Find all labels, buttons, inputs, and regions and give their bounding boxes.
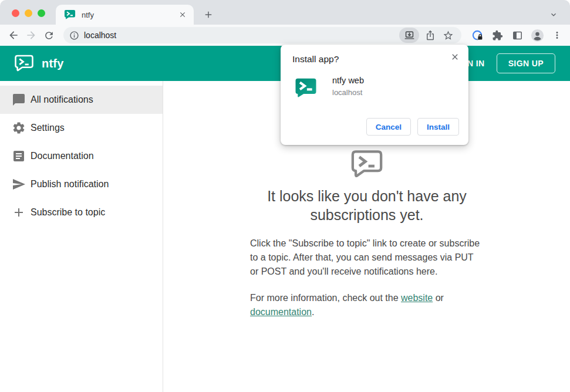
ntfy-empty-state-icon <box>350 150 383 179</box>
ntfy-app-icon <box>294 75 318 99</box>
website-link[interactable]: website <box>401 293 433 303</box>
password-manager-icon[interactable] <box>470 28 485 43</box>
address-text[interactable]: localhost <box>84 31 399 40</box>
sidebar-item-label: Subscribe to topic <box>31 207 105 218</box>
sign-up-button[interactable]: SIGN UP <box>497 53 555 73</box>
more-info-paragraph: For more information, check out the webs… <box>250 291 484 319</box>
tab-close-icon[interactable] <box>177 9 188 20</box>
chat-bubble-icon <box>12 93 26 107</box>
share-icon[interactable] <box>423 28 438 43</box>
address-bar[interactable]: localhost <box>63 27 461 43</box>
plus-icon <box>12 205 26 219</box>
traffic-lights <box>12 9 45 17</box>
window-zoom-button[interactable] <box>38 9 45 17</box>
gear-icon <box>12 121 26 135</box>
window-minimize-button[interactable] <box>25 9 32 17</box>
article-icon <box>12 149 26 163</box>
sidebar-item-subscribe-to-topic[interactable]: Subscribe to topic <box>0 198 163 227</box>
empty-state-heading: It looks like you don't have anysubscrip… <box>250 187 484 224</box>
extensions-puzzle-icon[interactable] <box>490 28 505 43</box>
dialog-title: Install app? <box>292 54 457 65</box>
tab-strip: ntfy <box>0 0 570 25</box>
window-close-button[interactable] <box>12 9 19 17</box>
sidebar-item-publish-notification[interactable]: Publish notification <box>0 170 163 198</box>
tab-title: ntfy <box>82 11 177 19</box>
sidebar-item-label: All notifications <box>31 94 93 105</box>
dialog-close-icon[interactable] <box>448 50 461 63</box>
sidebar-item-all-notifications[interactable]: All notifications <box>0 86 163 114</box>
empty-state-paragraph: Click the "Subscribe to topic" link to c… <box>250 236 484 279</box>
ntfy-favicon-icon <box>64 9 76 21</box>
sidebar-item-label: Settings <box>31 123 65 133</box>
sidebar-item-label: Documentation <box>31 151 94 161</box>
send-icon <box>12 177 26 191</box>
sidebar-item-settings[interactable]: Settings <box>0 114 163 142</box>
dialog-app-origin: localhost <box>332 88 364 97</box>
documentation-link[interactable]: documentation <box>250 307 312 317</box>
ntfy-logo-icon <box>14 55 34 72</box>
cancel-button[interactable]: Cancel <box>366 118 411 136</box>
forward-button[interactable] <box>22 26 40 44</box>
dialog-actions: Cancel Install <box>366 118 459 136</box>
appbar-title: ntfy <box>42 57 63 70</box>
side-panel-icon[interactable] <box>510 28 525 43</box>
toolbar-extensions-area <box>470 28 565 43</box>
profile-avatar[interactable] <box>529 28 545 43</box>
reload-button[interactable] <box>40 26 58 44</box>
new-tab-button[interactable] <box>200 6 217 23</box>
sidebar-nav: All notifications Settings Documentation… <box>0 81 163 392</box>
install-app-dialog: Install app? ntfy web local <box>281 45 468 145</box>
page-info-icon[interactable] <box>69 31 79 40</box>
browser-toolbar: localhost <box>0 25 570 46</box>
bookmark-star-icon[interactable] <box>440 28 456 43</box>
back-button[interactable] <box>5 26 22 44</box>
install-pwa-icon[interactable] <box>399 28 419 43</box>
dialog-app-row: ntfy web localhost <box>292 75 457 99</box>
sidebar-item-label: Publish notification <box>31 179 109 190</box>
install-button[interactable]: Install <box>417 118 459 136</box>
kebab-menu-icon[interactable] <box>549 28 565 43</box>
dialog-app-name: ntfy web <box>332 76 364 85</box>
tab-search-chevron-icon[interactable] <box>545 6 562 23</box>
sidebar-item-documentation[interactable]: Documentation <box>0 142 163 170</box>
browser-window: ntfy localhost <box>0 0 570 392</box>
browser-tab-ntfy[interactable]: ntfy <box>56 5 194 25</box>
